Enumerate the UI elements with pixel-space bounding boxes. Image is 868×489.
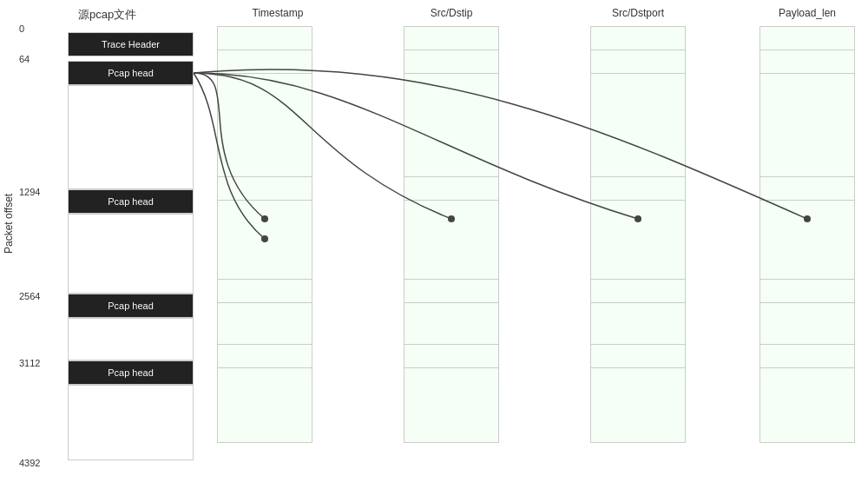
source-col-title: 源pcap文件 xyxy=(78,7,136,23)
col-header-srcdstport: Src/Dstport xyxy=(590,7,686,19)
col-header-srcdstip: Src/Dstip xyxy=(404,7,499,19)
offset-2564: 2564 xyxy=(19,291,40,301)
offset-64: 64 xyxy=(19,54,30,64)
packet-data-3-block xyxy=(68,318,194,360)
srcdstip-col xyxy=(404,26,499,460)
packet-data-2-block xyxy=(68,214,194,294)
pcap-head-4-block: Pcap head xyxy=(68,360,194,385)
payloadlen-col xyxy=(760,26,855,460)
offset-4392: 4392 xyxy=(19,458,40,468)
y-axis-label: Packet offset xyxy=(3,236,15,254)
srcdstport-col xyxy=(590,26,686,460)
offset-1294: 1294 xyxy=(19,187,40,197)
main-container: Packet offset 源pcap文件 Timestamp Src/Dsti… xyxy=(0,0,868,489)
pcap-head-1-block: Pcap head xyxy=(68,61,194,85)
pcap-head-2-block: Pcap head xyxy=(68,189,194,214)
offset-3112: 3112 xyxy=(19,358,40,368)
offset-0: 0 xyxy=(19,23,24,34)
col-header-payloadlen: Payload_len xyxy=(760,7,855,19)
trace-header-block: Trace Header xyxy=(68,32,194,56)
packet-data-1-block xyxy=(68,85,194,189)
timestamp-col xyxy=(217,26,312,460)
pcap-head-3-block: Pcap head xyxy=(68,294,194,318)
col-header-timestamp: Timestamp xyxy=(230,7,326,19)
packet-data-4-block xyxy=(68,385,194,460)
